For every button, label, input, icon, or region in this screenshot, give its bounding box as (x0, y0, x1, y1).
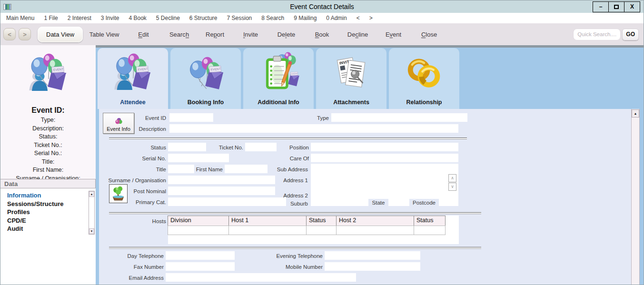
form-separator (109, 247, 481, 249)
close-button[interactable]: X (624, 1, 640, 12)
email-address-input[interactable] (166, 273, 356, 282)
quick-search-input[interactable] (573, 29, 621, 40)
nav-forward-button[interactable]: > (19, 28, 31, 40)
data-panel-header: Data (0, 179, 96, 188)
hosts-cell[interactable] (228, 226, 307, 235)
primary-cat-label: Primary Cat. (104, 198, 166, 206)
event-summary-fields: Type: Description: Status: Ticket No.: S… (0, 116, 96, 183)
book-button[interactable]: Book (304, 31, 340, 38)
summary-field-status: Status: (0, 133, 96, 141)
chevron-right-icon: > (23, 31, 27, 38)
menu-item-book[interactable]: 4 Book (124, 15, 151, 21)
address-scroll-up-button[interactable]: ∧ (448, 174, 456, 182)
scroll-down-icon[interactable]: ▼ (89, 228, 94, 234)
postcode-input[interactable] (439, 199, 458, 206)
description-input[interactable] (169, 124, 458, 133)
evening-telephone-input[interactable] (325, 251, 420, 260)
decline-button[interactable]: Decline (340, 31, 376, 38)
tabstrip-divider (96, 45, 644, 48)
table-view-button[interactable]: Table View (83, 31, 126, 38)
menu-item-file[interactable]: 1 File (39, 15, 62, 21)
menu-item-next[interactable]: > (365, 15, 377, 21)
form-separator (109, 138, 467, 139)
close-toolbar-button[interactable]: Close (411, 31, 447, 38)
summary-field-title: Title: (0, 158, 96, 167)
hosts-cell[interactable] (306, 226, 337, 235)
hosts-header-row: Division Host 1 Status Host 2 Status (168, 216, 446, 226)
mobile-number-label: Mobile Number (261, 263, 323, 271)
tab-booking-info[interactable]: Booking Info (170, 48, 241, 109)
title-label: Title (104, 166, 166, 173)
hosts-cell[interactable] (414, 226, 446, 235)
booking-info-icon (184, 52, 227, 95)
summary-field-description: Description: (0, 125, 96, 133)
hosts-col-host1: Host 1 (228, 216, 307, 226)
report-button[interactable]: Report (197, 31, 233, 38)
hosts-cell[interactable] (336, 226, 414, 235)
state-input[interactable] (388, 199, 408, 206)
menubar: Main Menu 1 File 2 Interest 3 Invite 4 B… (0, 13, 644, 23)
tab-additional-info[interactable]: Additional Info (243, 48, 314, 109)
nav-back-button[interactable]: < (3, 28, 16, 40)
event-button[interactable]: Event (376, 31, 411, 38)
care-of-label: Care Of (247, 155, 309, 162)
titlebar: Event Contact Details – X (0, 0, 644, 13)
mobile-number-input[interactable] (325, 262, 420, 271)
sidebar-item-profiles[interactable]: Profiles (7, 208, 96, 216)
sidebar-item-information[interactable]: Information (7, 191, 96, 200)
sidebar: Event ID: Type: Description: Status: Tic… (0, 45, 96, 285)
fax-number-input[interactable] (166, 262, 235, 271)
menu-item-session[interactable]: 7 Session (222, 15, 257, 21)
tabstrip: Attendee Booking Info Additional Info At… (96, 45, 644, 109)
menu-item-main-menu[interactable]: Main Menu (1, 15, 39, 21)
tab-label: Relationship (406, 99, 442, 106)
tab-attachments[interactable]: Attachments (316, 48, 386, 109)
minimize-button[interactable]: – (593, 1, 609, 12)
serial-no-input[interactable] (168, 154, 229, 162)
edit-button[interactable]: Edit (126, 31, 161, 38)
form-left-strip (96, 109, 99, 285)
invite-button[interactable]: Invite (233, 31, 268, 38)
menu-item-admin[interactable]: 0 Admin (321, 15, 351, 21)
type-input[interactable] (331, 113, 467, 122)
suburb-input[interactable] (311, 198, 367, 206)
menu-item-structure[interactable]: 6 Structure (185, 15, 222, 21)
menu-item-search[interactable]: 8 Search (257, 15, 289, 21)
day-telephone-label: Day Telephone (102, 252, 164, 260)
day-telephone-input[interactable] (166, 251, 235, 260)
event-id-input[interactable] (169, 113, 213, 122)
hosts-col-status1: Status (306, 216, 337, 226)
sidebar-item-cpde[interactable]: CPD/E (7, 216, 96, 225)
scroll-up-icon[interactable]: ▲ (632, 109, 639, 118)
menu-item-interest[interactable]: 2 Interest (63, 15, 96, 21)
sidebar-item-sessions-structure[interactable]: Sessions/Structure (7, 200, 96, 208)
go-button[interactable]: GO (622, 29, 639, 40)
tab-label: Attendee (120, 99, 145, 106)
tab-attendee[interactable]: Attendee (98, 48, 168, 109)
position-input[interactable] (311, 143, 458, 151)
maximize-button[interactable] (608, 1, 624, 12)
tab-relationship[interactable]: Relationship (389, 48, 459, 109)
menu-item-prev[interactable]: < (352, 15, 365, 21)
menu-item-mailing[interactable]: 9 Mailing (289, 15, 321, 21)
sidebar-scrollbar[interactable]: ▲ ▼ (89, 191, 95, 235)
hosts-data-row[interactable] (168, 226, 446, 235)
delete-button[interactable]: Delete (268, 31, 304, 38)
search-button[interactable]: Search (161, 31, 197, 38)
menu-item-decline[interactable]: 5 Decline (151, 15, 185, 21)
address-scroll-down-button[interactable]: ∨ (448, 183, 456, 191)
content-area: Attendee Booking Info Additional Info At… (96, 45, 644, 285)
position-label: Position (247, 144, 309, 151)
sidebar-item-audit[interactable]: Audit (7, 225, 96, 233)
hosts-label: Hosts (104, 217, 166, 225)
data-view-button[interactable]: Data View (38, 27, 83, 42)
email-address-label: Email Address (102, 274, 164, 282)
menu-item-invite[interactable]: 3 Invite (96, 15, 124, 21)
care-of-input[interactable] (311, 154, 458, 162)
hosts-cell[interactable] (168, 226, 229, 235)
first-name-label: First Name (161, 166, 223, 173)
post-nominal-label: Post Nominal (104, 187, 166, 195)
sub-address-label: Sub Address (246, 166, 308, 173)
form-scrollbar[interactable]: ▲ (631, 109, 640, 285)
scroll-up-icon[interactable]: ▲ (89, 191, 94, 197)
